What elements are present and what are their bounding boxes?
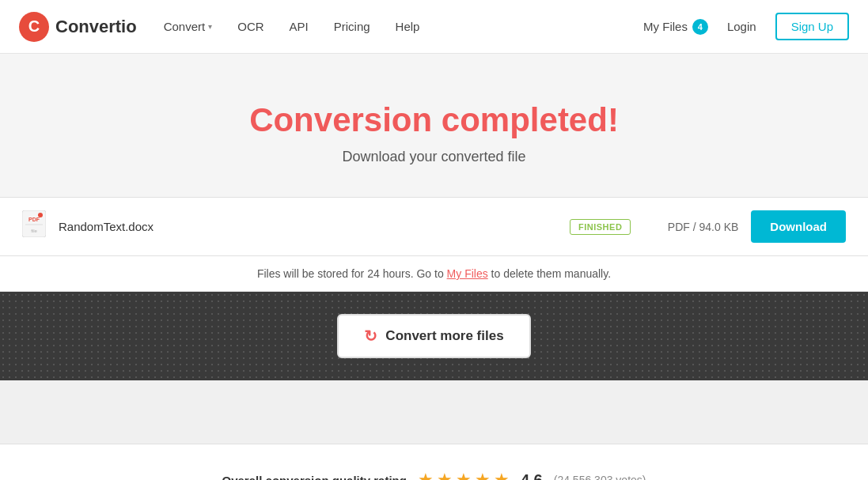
nav-ocr[interactable]: OCR: [226, 13, 275, 40]
hero-title: Conversion completed!: [16, 101, 852, 139]
rating-row: Overall conversion quality rating ★ ★ ★ …: [16, 470, 852, 480]
file-size: PDF / 94.0 KB: [643, 221, 738, 233]
hero-section: Conversion completed! Download your conv…: [0, 54, 868, 197]
star-1: ★: [418, 470, 434, 480]
notice-text-before: Files will be stored for 24 hours. Go to: [257, 267, 447, 280]
star-3: ★: [456, 470, 472, 480]
nav-links: Convert ▾ OCR API Pricing Help: [153, 13, 643, 40]
pdf-icon: PDF file: [22, 210, 46, 243]
stars: ★ ★ ★ ★ ★: [418, 470, 510, 480]
spacer: [0, 380, 868, 444]
nav-help[interactable]: Help: [385, 13, 431, 40]
notice-bar: Files will be stored for 24 hours. Go to…: [0, 256, 868, 292]
hero-subtitle: Download your converted file: [16, 149, 852, 165]
logo-icon: C: [19, 12, 49, 42]
file-section: PDF file RandomText.docx FINISHED PDF / …: [0, 197, 868, 256]
file-name: RandomText.docx: [59, 220, 557, 233]
navbar: C Convertio Convert ▾ OCR API Pricing He…: [0, 0, 868, 54]
my-files-link[interactable]: My Files 4: [643, 19, 708, 35]
star-4: ★: [475, 470, 491, 480]
convert-more-button[interactable]: ↻ Convert more files: [337, 314, 530, 358]
download-button[interactable]: Download: [751, 210, 846, 243]
nav-pricing[interactable]: Pricing: [323, 13, 381, 40]
svg-text:file: file: [31, 229, 37, 233]
login-link[interactable]: Login: [718, 13, 766, 40]
nav-convert[interactable]: Convert ▾: [153, 13, 224, 40]
star-5-half: ★: [494, 470, 510, 480]
rating-score: 4.6: [521, 471, 543, 481]
status-badge: FINISHED: [570, 219, 631, 235]
notice-text-after: to delete them manually.: [488, 267, 611, 280]
rating-label: Overall conversion quality rating: [222, 474, 407, 481]
refresh-icon: ↻: [364, 327, 377, 346]
star-2: ★: [437, 470, 453, 480]
svg-text:C: C: [28, 17, 40, 35]
file-row: PDF file RandomText.docx FINISHED PDF / …: [0, 198, 868, 255]
logo-link[interactable]: C Convertio: [19, 12, 137, 42]
dark-band: ↻ Convert more files: [0, 292, 868, 380]
chevron-down-icon: ▾: [208, 22, 212, 31]
nav-right: My Files 4 Login Sign Up: [643, 13, 849, 40]
logo-text: Convertio: [55, 17, 137, 37]
nav-api[interactable]: API: [279, 13, 320, 40]
rating-votes: (24,556,303 votes): [554, 474, 646, 480]
my-files-link-notice[interactable]: My Files: [447, 267, 488, 280]
my-files-badge: 4: [692, 19, 708, 35]
svg-text:PDF: PDF: [28, 217, 40, 222]
signup-button[interactable]: Sign Up: [775, 13, 849, 40]
svg-point-6: [38, 213, 43, 217]
rating-section: Overall conversion quality rating ★ ★ ★ …: [0, 444, 868, 480]
